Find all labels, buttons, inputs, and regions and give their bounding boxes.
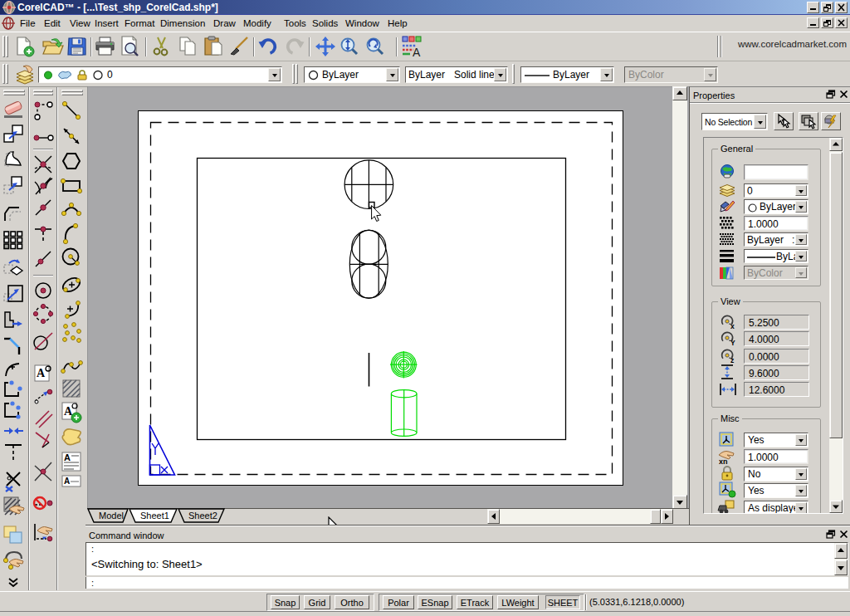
svg-text:Sheet1: Sheet1 [140,511,169,521]
svg-text:Model: Model [99,511,124,521]
svg-text:A: A [37,367,46,379]
svg-text:Sheet2: Sheet2 [188,511,217,521]
svg-text:A: A [413,46,421,57]
svg-text:xn: xn [719,457,728,465]
svg-text:Y: Y [730,339,735,346]
svg-text:A: A [64,477,70,486]
svg-text:z: z [730,356,734,364]
svg-text:x: x [730,322,735,330]
svg-text:A: A [64,452,71,462]
